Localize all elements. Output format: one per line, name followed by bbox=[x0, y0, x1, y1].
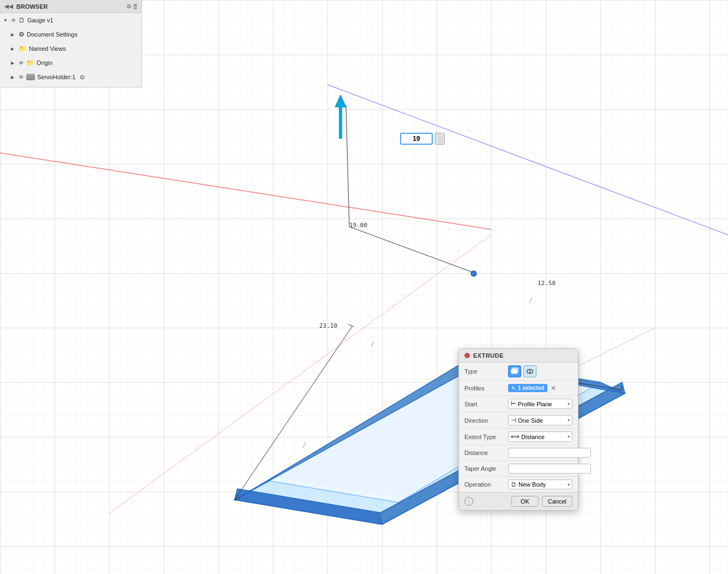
extent-type-dropdown[interactable]: ⟺ Distance ▾ bbox=[508, 431, 572, 442]
eye-icon[interactable]: 👁 bbox=[19, 74, 24, 80]
folder-icon: 📁 bbox=[19, 45, 27, 52]
svg-rect-26 bbox=[339, 107, 342, 139]
gear-icon: ⚙ bbox=[19, 31, 25, 38]
chevron-down-icon: ▾ bbox=[568, 482, 570, 487]
type-label: Type bbox=[464, 368, 508, 375]
cancel-button[interactable]: Cancel bbox=[542, 496, 572, 507]
dimension-menu-button[interactable]: ⋮ bbox=[435, 133, 445, 145]
one-side-icon: ⊣ bbox=[511, 417, 516, 424]
chevron-icon: ▼ bbox=[3, 18, 9, 23]
operation-control: 🗋 New Body ▾ bbox=[508, 480, 572, 489]
browser-header: ◀◀ BROWSER ⊙ ⣿ bbox=[0, 0, 141, 13]
taper-angle-control: 0.0 deg bbox=[508, 464, 591, 474]
eye-icon[interactable]: 👁 bbox=[11, 17, 16, 23]
ok-button[interactable]: OK bbox=[511, 496, 539, 507]
collapse-icon[interactable]: ◀◀ bbox=[4, 3, 13, 9]
profiles-clear-button[interactable]: ✕ bbox=[551, 384, 556, 392]
start-control: ⊢ Profile Plane ▾ bbox=[508, 399, 572, 409]
taper-angle-input[interactable]: 0.0 deg bbox=[508, 464, 591, 474]
extrude-row-start: Start ⊢ Profile Plane ▾ bbox=[459, 396, 578, 412]
chevron-down-icon: ▾ bbox=[568, 401, 570, 406]
servo-holder-label: ServoHolder:1 bbox=[37, 74, 75, 80]
browser-menu-icon[interactable]: ⊙ bbox=[127, 3, 131, 9]
direction-arrow-up bbox=[332, 95, 349, 141]
browser-item-doc-settings[interactable]: ▶ ⚙ Document Settings bbox=[0, 27, 141, 42]
body-icon bbox=[26, 74, 35, 80]
doc-settings-label: Document Settings bbox=[27, 31, 77, 38]
record-icon: ⊙ bbox=[80, 74, 85, 81]
browser-panel: ◀◀ BROWSER ⊙ ⣿ ▼ 👁 🗋 Gauge v1 ▶ ⚙ Docume… bbox=[0, 0, 142, 87]
browser-item-gauge[interactable]: ▼ 👁 🗋 Gauge v1 bbox=[0, 13, 141, 27]
extrude-body: Type Profiles bbox=[459, 363, 578, 492]
chevron-icon: ▶ bbox=[11, 32, 16, 37]
dimension-1250: 12.50 bbox=[538, 280, 556, 287]
new-body-icon: 🗋 bbox=[511, 481, 517, 488]
type-thin-button[interactable] bbox=[523, 365, 536, 377]
direction-control: ⊣ One Side ▾ bbox=[508, 415, 572, 425]
extrude-footer: i OK Cancel bbox=[459, 492, 578, 510]
extent-type-control: ⟺ Distance ▾ bbox=[508, 431, 572, 442]
extrude-row-operation: Operation 🗋 New Body ▾ bbox=[459, 477, 578, 492]
gauge-label: Gauge v1 bbox=[27, 17, 53, 23]
browser-item-named-views[interactable]: ▶ 📁 Named Views bbox=[0, 42, 141, 56]
operation-value: New Body bbox=[518, 481, 546, 488]
browser-item-servo-holder[interactable]: ▶ 👁 ServoHolder:1 ⊙ bbox=[0, 70, 141, 84]
extrude-header: EXTRUDE bbox=[459, 349, 578, 363]
close-button[interactable] bbox=[464, 353, 470, 358]
extrude-row-taper-angle: Taper Angle 0.0 deg bbox=[459, 461, 578, 477]
extrude-row-extent-type: Extent Type ⟺ Distance ▾ bbox=[459, 429, 578, 445]
extrude-row-distance: Distance 19 mm bbox=[459, 445, 578, 461]
svg-point-24 bbox=[471, 271, 476, 276]
eye-icon[interactable]: 👁 bbox=[19, 60, 24, 66]
cursor-icon: ↖ bbox=[511, 386, 516, 391]
start-value: Profile Plane bbox=[518, 401, 552, 407]
direction-value: One Side bbox=[518, 417, 543, 424]
profiles-value: 1 selected bbox=[518, 385, 544, 391]
extrude-dialog: EXTRUDE Type bbox=[458, 348, 578, 511]
chevron-icon: ▶ bbox=[11, 61, 16, 66]
distance-icon: ⟺ bbox=[511, 433, 520, 440]
folder-icon: 📁 bbox=[26, 59, 34, 67]
type-solid-button[interactable] bbox=[508, 365, 521, 377]
profiles-label: Profiles bbox=[464, 385, 508, 392]
taper-angle-label: Taper Angle bbox=[464, 465, 508, 472]
dimension-2310: 23.10 bbox=[319, 322, 337, 329]
named-views-label: Named Views bbox=[29, 45, 66, 52]
chevron-down-icon: ▾ bbox=[568, 418, 570, 423]
direction-label: Direction bbox=[464, 417, 508, 424]
start-label: Start bbox=[464, 401, 508, 407]
distance-control: 19 mm bbox=[508, 448, 591, 458]
extrude-row-profiles: Profiles ↖ 1 selected ✕ bbox=[459, 381, 578, 396]
extent-type-value: Distance bbox=[521, 434, 545, 440]
browser-item-origin[interactable]: ▶ 👁 📁 Origin bbox=[0, 56, 141, 70]
profiles-badge[interactable]: ↖ 1 selected bbox=[508, 384, 547, 392]
extrude-title: EXTRUDE bbox=[473, 352, 504, 359]
chevron-icon: ▶ bbox=[11, 46, 16, 51]
dimension-input-container: 19 ⋮ bbox=[400, 133, 445, 145]
extrude-row-type: Type bbox=[459, 363, 578, 381]
operation-dropdown[interactable]: 🗋 New Body ▾ bbox=[508, 480, 572, 489]
distance-label: Distance bbox=[464, 449, 508, 456]
browser-header-icons: ⊙ ⣿ bbox=[127, 3, 137, 9]
extent-type-label: Extent Type bbox=[464, 434, 508, 440]
info-icon[interactable]: i bbox=[464, 497, 473, 506]
dimension-input[interactable]: 19 bbox=[400, 133, 433, 145]
svg-marker-25 bbox=[335, 95, 346, 107]
operation-label: Operation bbox=[464, 481, 508, 488]
extrude-row-direction: Direction ⊣ One Side ▾ bbox=[459, 412, 578, 429]
origin-label: Origin bbox=[37, 60, 52, 66]
start-dropdown[interactable]: ⊢ Profile Plane ▾ bbox=[508, 399, 572, 409]
browser-title: BROWSER bbox=[16, 3, 47, 10]
direction-dropdown[interactable]: ⊣ One Side ▾ bbox=[508, 415, 572, 425]
distance-input[interactable]: 19 mm bbox=[508, 448, 591, 458]
browser-drag-icon: ⣿ bbox=[133, 3, 137, 9]
chevron-down-icon: ▾ bbox=[568, 434, 570, 439]
file-icon: 🗋 bbox=[19, 16, 25, 24]
type-control bbox=[508, 365, 572, 377]
chevron-icon: ▶ bbox=[11, 75, 16, 80]
dimension-1900: 19.00 bbox=[349, 222, 367, 229]
profiles-control: ↖ 1 selected ✕ bbox=[508, 384, 572, 392]
profile-plane-icon: ⊢ bbox=[511, 400, 516, 407]
